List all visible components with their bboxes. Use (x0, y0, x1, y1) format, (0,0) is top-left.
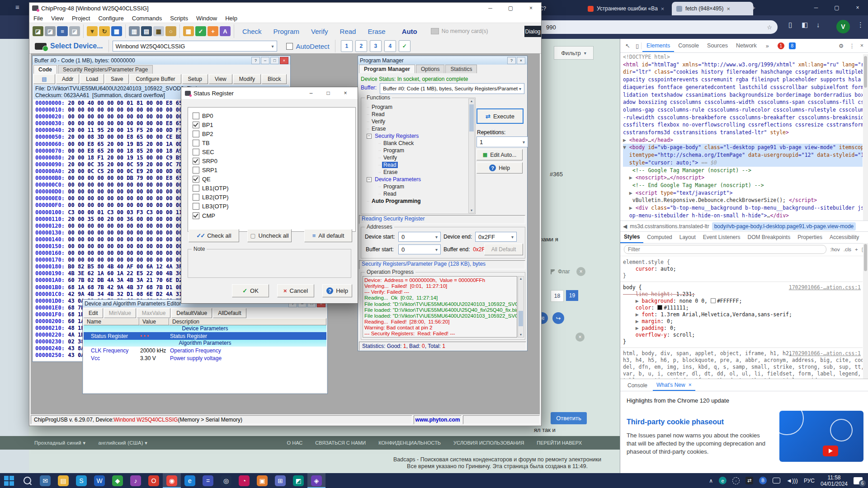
close-icon[interactable]: × (576, 333, 585, 342)
menu-item-project[interactable]: Project (68, 15, 94, 22)
close-icon[interactable]: × (689, 382, 692, 388)
buffer-dump-icon[interactable]: ▦ (153, 26, 164, 36)
downloads-icon[interactable]: ↓ (816, 21, 820, 28)
taskbar-app-paint[interactable]: ◔ (235, 473, 253, 488)
flag-action[interactable]: Флаг (551, 268, 570, 275)
buffer-view-icon[interactable]: ▤ (33, 74, 55, 84)
article-thumbnail[interactable] (779, 411, 863, 462)
cls-toggle[interactable]: .cls (844, 247, 851, 252)
menu-item-window[interactable]: Window (192, 15, 221, 22)
styles-tab-styles[interactable]: Styles (620, 231, 643, 243)
file-save-icon[interactable]: ▦ (111, 26, 122, 36)
eset-icon[interactable]: e (719, 477, 726, 484)
profile-avatar[interactable]: V (836, 20, 850, 33)
verify-button[interactable]: Verify (311, 28, 328, 35)
quick-buffer-3[interactable]: 3 (370, 40, 382, 52)
close-button[interactable]: × (280, 57, 288, 64)
param-row-status-register[interactable]: Status Register• • •Status Register (84, 332, 326, 340)
elements-tree[interactable]: <!DOCTYPE html><html id="htmlTag" xmlns=… (620, 53, 863, 221)
pm-buffer-combobox[interactable]: Buffer #0: Code (1 MB), bytes, Security … (380, 83, 524, 94)
maximize-button[interactable]: ▢ (826, 0, 847, 15)
execute-button[interactable]: ⇄ Execute (476, 108, 524, 124)
styles-tab-event-listeners[interactable]: Event Listeners (699, 231, 744, 243)
tree-item-verify[interactable]: ··Verify (363, 118, 468, 125)
footer-link[interactable]: КОНФИДЕНЦИАЛЬНОСТЬ (378, 440, 441, 446)
auto-button[interactable]: Auto (394, 28, 425, 35)
style-chooser[interactable]: Прохладный синий ▾ (34, 440, 85, 446)
tray-expand-icon[interactable]: ∧ (709, 478, 713, 484)
css-property[interactable]: ▶ background: none 0 0, #FFFFFF; (623, 298, 863, 305)
page-19-button[interactable]: 19 (566, 290, 578, 301)
maximize-button[interactable]: □ (320, 90, 337, 96)
status-bit-lb1otp[interactable]: LB1(OTP) (193, 184, 355, 193)
breadcrumb-back-icon[interactable]: ◀ (623, 223, 627, 230)
css-property[interactable]: overflow-y: scroll; (623, 332, 863, 338)
check-all-button[interactable]: ✓✓ Check all (189, 229, 239, 242)
css-property[interactable]: color: #111111; (623, 305, 863, 311)
taskbar-app-music[interactable]: ♪ (127, 473, 145, 488)
minimize-button[interactable]: – (302, 90, 320, 96)
menu-item-help[interactable]: Help (221, 15, 241, 22)
taskbar-app-chipprog[interactable]: ◈ (307, 473, 326, 488)
inspect-icon[interactable]: ↖ (623, 42, 632, 49)
keyboard-language[interactable]: РУС (804, 478, 815, 484)
param-row-vcc[interactable]: Vcc3.30 VPower supply voltage (84, 354, 326, 362)
tree-item-read[interactable]: ··Read (363, 190, 468, 197)
autodetect-checkbox[interactable]: AutoDetect (281, 40, 335, 52)
all-default-button[interactable]: ≡ All default (304, 229, 352, 242)
taskbar-app-photo[interactable]: ◩ (289, 473, 307, 488)
css-property[interactable]: ▶ padding: 0; (623, 325, 863, 332)
taskbar-clock[interactable]: 11:58 04/01/2024 (821, 474, 848, 487)
status-bit-lb2otp[interactable]: LB2(OTP) (193, 193, 355, 202)
program-manager-titlebar[interactable]: Program Manager ? × (358, 56, 527, 65)
filter-button[interactable]: Фильтр ▾ (554, 46, 594, 60)
buffer-button-block[interactable]: Block (262, 74, 287, 84)
device-combobox[interactable]: Winbond W25Q40CLSSIG ▾ (113, 41, 277, 52)
css-rule-selector[interactable]: element.style { (623, 259, 863, 266)
expand-icon[interactable]: ▶ (636, 311, 642, 318)
close-button[interactable]: × (517, 57, 525, 64)
language-chooser[interactable]: английский (США) ▾ (98, 440, 147, 446)
network-icon[interactable] (773, 478, 780, 483)
expander-icon[interactable]: − (367, 134, 372, 139)
cancel-button[interactable]: × Cancel (277, 284, 314, 297)
expander-icon[interactable]: − (367, 177, 372, 182)
color-swatch[interactable] (657, 305, 662, 310)
taskbar-file-explorer[interactable]: ▤ (54, 473, 72, 488)
tree-item-security-registers[interactable]: −Security Registers (363, 132, 468, 140)
breadcrumb-selected[interactable]: body#vb-page-body.l-desktop.page91.vb-pa… (712, 222, 856, 230)
menu-item-view[interactable]: View (47, 15, 68, 22)
program-button[interactable]: Program (274, 28, 300, 35)
css-source-link[interactable]: 1702901066-…ation.css:1 (789, 284, 861, 291)
chipprog-titlebar[interactable]: ChipProg-48 [Winbond W25Q40CLSSIG] ─ ▢ × (29, 3, 541, 14)
devtools-tab-network[interactable]: Network (732, 40, 761, 52)
buffer-button-addr[interactable]: Addr (56, 74, 79, 84)
close-tab-icon[interactable]: × (661, 5, 665, 12)
minimize-button[interactable]: ─ (480, 3, 500, 14)
taskbar-app-opera[interactable]: O (145, 473, 163, 488)
status-bit-srp1[interactable]: SRP1 (193, 166, 355, 175)
drawer-tab-console[interactable]: Console (624, 380, 651, 390)
erase-button[interactable]: Erase (368, 28, 385, 35)
status-bit-tb[interactable]: TB (193, 138, 355, 147)
devtools-tab-console[interactable]: Console (674, 40, 703, 52)
more-tabs-icon[interactable]: » (762, 40, 773, 52)
buffer-button-modify[interactable]: Modify (233, 74, 261, 84)
article-title[interactable]: Third-party cookie phaseout (627, 418, 724, 426)
file-reload-icon[interactable]: ↻ (99, 26, 110, 36)
tree-item-erase[interactable]: ··Erase (363, 125, 468, 132)
jump-icon[interactable]: ↪ (552, 312, 564, 324)
pm-tab-1[interactable]: Program Manager (359, 65, 415, 73)
dialog-help-button[interactable]: ? Help (322, 284, 352, 297)
ok-button[interactable]: ✓ OK (232, 284, 269, 297)
pm-tab-3[interactable]: Statistics (445, 65, 477, 73)
start-button[interactable] (0, 473, 18, 488)
device-test-icon[interactable]: ▥ (129, 26, 140, 36)
side-panel-icon[interactable]: ▯ (788, 21, 792, 29)
uncheck-all-button[interactable]: ▢ Uncheck all (247, 229, 292, 242)
styles-tab-accessibility[interactable]: Accessibility (826, 231, 863, 243)
params-rows[interactable]: Device ParametersStatus Register• • •Sta… (84, 325, 326, 393)
buffer-button-save[interactable]: Save (105, 74, 129, 84)
buffer-start-combobox[interactable]: 0▾ (398, 244, 441, 254)
device-end-combobox[interactable]: 0x2FF▾ (475, 232, 517, 242)
